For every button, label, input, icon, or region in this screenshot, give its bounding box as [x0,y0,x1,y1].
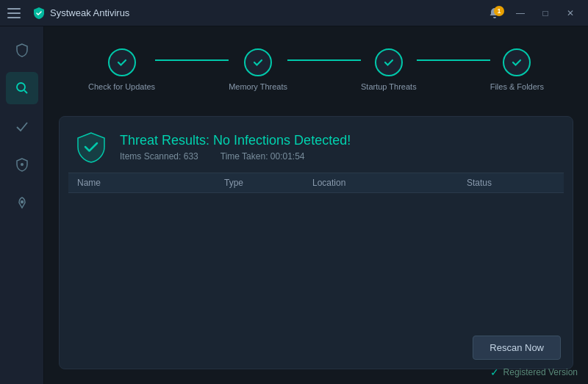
svg-line-1 [24,90,27,93]
notification-icon[interactable]: 1 [484,6,506,21]
col-status: Status [467,178,555,188]
scan-steps: Check for Updates Memory Threats [59,41,573,98]
col-name: Name [77,178,224,188]
results-info: Threat Results: No Infections Detected! … [120,133,351,162]
notification-badge: 1 [494,6,504,16]
time-taken: Time Taken: 00:01:54 [220,151,305,162]
col-type: Type [224,178,312,188]
sidebar-item-scan[interactable] [6,72,38,104]
step-2-circle [244,48,272,76]
step-3-label: Startup Threats [361,82,417,91]
step-files-folders: Files & Folders [490,48,544,91]
results-footer: Rescan Now [60,327,573,369]
step-memory-threats: Memory Threats [229,48,287,91]
table-header: Name Type Location Status [68,173,564,193]
svg-point-3 [21,201,23,203]
step-4-circle [503,48,531,76]
step-1-label: Check for Updates [88,82,155,91]
step-3-circle [375,48,403,76]
step-line-1 [155,59,229,61]
main-layout: Check for Updates Memory Threats [0,26,588,384]
results-panel: Threat Results: No Infections Detected! … [59,116,573,369]
close-button[interactable]: ✕ [560,6,581,21]
step-1-circle [108,48,136,76]
maximize-button[interactable]: □ [535,6,556,21]
results-header: Threat Results: No Infections Detected! … [60,117,573,173]
step-check-updates: Check for Updates [88,48,155,91]
results-title: Threat Results: No Infections Detected! [120,133,351,148]
menu-icon[interactable] [7,4,25,22]
app-title: Systweak Antivirus [50,7,484,18]
content-area: Check for Updates Memory Threats [44,26,588,384]
sidebar-item-check[interactable] [6,110,38,142]
rescan-button[interactable]: Rescan Now [473,336,561,360]
step-line-3 [417,59,490,61]
sidebar [0,26,44,384]
svg-point-0 [17,83,25,91]
step-startup-threats: Startup Threats [361,48,417,91]
sidebar-item-protection[interactable] [6,34,38,66]
table-body [68,193,564,325]
titlebar: Systweak Antivirus 1 — □ ✕ [0,0,588,26]
results-meta: Items Scanned: 633 Time Taken: 00:01:54 [120,151,351,162]
step-line-2 [287,59,361,61]
statusbar: ✓ Registered Version [490,366,578,378]
step-2-label: Memory Threats [229,82,287,91]
results-table: Name Type Location Status [68,173,564,327]
registered-label: Registered Version [503,367,578,377]
shield-check-icon [74,130,108,164]
app-logo-icon [32,7,46,20]
items-scanned: Items Scanned: 633 [120,151,198,162]
registered-icon: ✓ [490,366,499,378]
col-location: Location [312,178,467,188]
sidebar-item-boost[interactable] [6,186,38,219]
window-controls: 1 — □ ✕ [484,6,581,21]
svg-point-2 [21,163,24,166]
sidebar-item-shield2[interactable] [6,148,38,181]
minimize-button[interactable]: — [510,6,531,21]
step-4-label: Files & Folders [490,82,544,91]
